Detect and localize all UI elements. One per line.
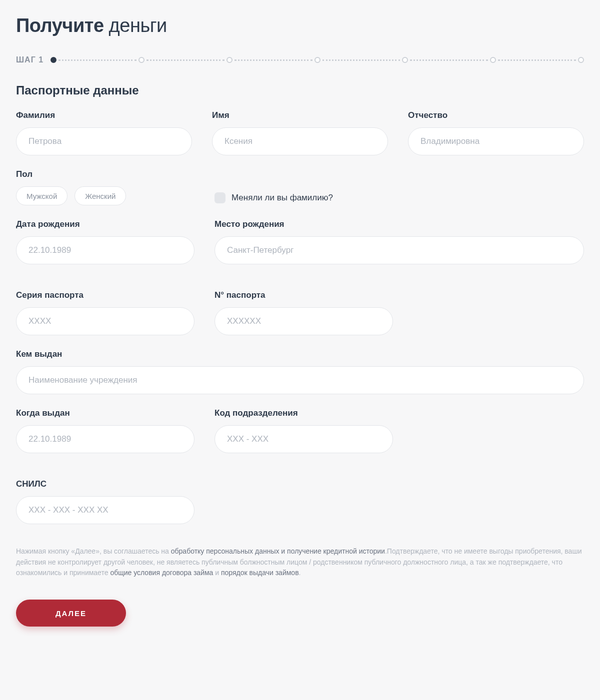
- snils-input[interactable]: [16, 496, 194, 524]
- step-label: ШАГ 1: [16, 55, 44, 64]
- step-dot-5: [402, 57, 408, 63]
- name-changed-label: Меняли ли вы фамилию?: [232, 193, 333, 203]
- surname-input[interactable]: [16, 127, 192, 155]
- dept-code-input[interactable]: [214, 425, 393, 453]
- patronymic-label: Отчество: [408, 110, 584, 120]
- step-dot-2: [138, 57, 144, 63]
- stepper: ШАГ 1: [16, 55, 584, 64]
- name-changed-checkbox[interactable]: [214, 192, 226, 203]
- section-heading: Паспортные данные: [16, 83, 584, 97]
- issued-by-input[interactable]: [16, 366, 584, 394]
- page-title: Получите деньги: [16, 15, 584, 36]
- step-dot-4: [314, 57, 320, 63]
- name-label: Имя: [212, 110, 388, 120]
- gender-female-button[interactable]: Женский: [74, 186, 126, 205]
- link-personal-data[interactable]: обработку персональных данных и получени…: [171, 547, 385, 555]
- gender-label: Пол: [16, 169, 194, 179]
- passport-series-input[interactable]: [16, 307, 194, 335]
- dob-label: Дата рождения: [16, 219, 194, 229]
- issue-date-input[interactable]: [16, 425, 194, 453]
- next-button[interactable]: ДАЛЕЕ: [16, 600, 126, 627]
- step-dot-7: [578, 57, 584, 63]
- birthplace-input[interactable]: [214, 236, 584, 264]
- dept-code-label: Код подразделения: [214, 408, 393, 418]
- passport-num-label: N° паспорта: [214, 290, 393, 300]
- step-dot-3: [226, 57, 232, 63]
- snils-label: СНИЛС: [16, 479, 194, 489]
- disclaimer: Нажимая кнопку «Далее», вы соглашаетесь …: [16, 546, 584, 579]
- patronymic-input[interactable]: [408, 127, 584, 155]
- step-dot-1: [50, 57, 56, 63]
- issue-date-label: Когда выдан: [16, 408, 194, 418]
- dob-input[interactable]: [16, 236, 194, 264]
- step-dot-6: [490, 57, 496, 63]
- issued-by-label: Кем выдан: [16, 349, 584, 359]
- gender-male-button[interactable]: Мужской: [16, 186, 68, 205]
- birthplace-label: Место рождения: [214, 219, 584, 229]
- passport-series-label: Серия паспорта: [16, 290, 194, 300]
- surname-label: Фамилия: [16, 110, 192, 120]
- link-loan-terms[interactable]: общие условия договора займа: [110, 569, 213, 577]
- link-loan-issuance[interactable]: порядок выдачи займов: [221, 569, 299, 577]
- passport-num-input[interactable]: [214, 307, 393, 335]
- name-input[interactable]: [212, 127, 388, 155]
